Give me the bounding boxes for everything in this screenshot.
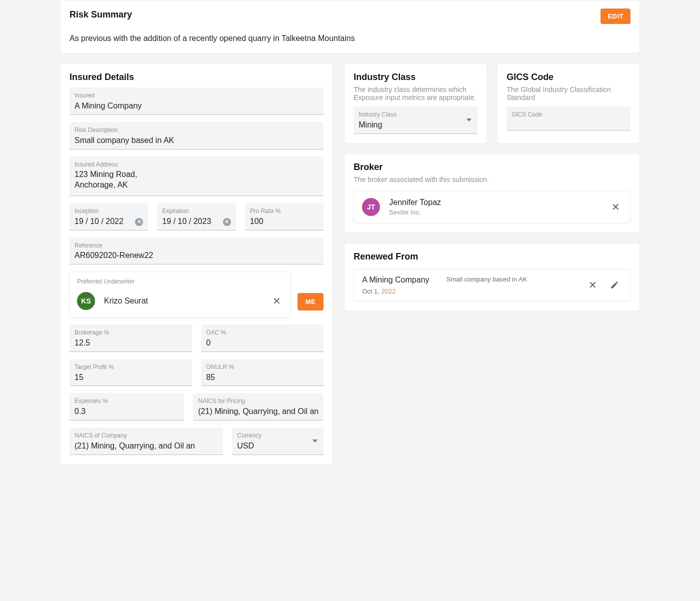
field-value: 85 bbox=[206, 372, 318, 383]
field-label: GNULR % bbox=[206, 363, 318, 372]
broker-subtitle: The broker associated with this submissi… bbox=[354, 176, 630, 184]
field-label: Reference bbox=[74, 242, 318, 250]
underwriter-name: Krizo Seurat bbox=[104, 296, 262, 306]
risk-description-field[interactable]: Risk Description Small company based in … bbox=[70, 122, 324, 150]
field-value: Small company based in AK bbox=[74, 136, 318, 146]
field-label: NAICS for Pricing bbox=[198, 397, 318, 406]
insured-details-title: Insured Details bbox=[70, 72, 324, 82]
field-label: Industry Class bbox=[358, 110, 472, 119]
field-label: NAICS of Company bbox=[74, 432, 218, 440]
naics-pricing-field[interactable]: NAICS for Pricing (21) Mining, Quarrying… bbox=[193, 393, 324, 420]
prorata-field[interactable]: Pro Rata % 100 bbox=[245, 203, 324, 230]
field-label: Target Profit % bbox=[74, 363, 187, 372]
gics-card: GICS Code The Global Industry Classifica… bbox=[497, 64, 640, 144]
field-value: (21) Mining, Quarrying, and Oil an bbox=[74, 441, 218, 452]
renewed-from-card: Renewed From A Mining Company Oct 1, 202… bbox=[344, 243, 640, 311]
field-value: 15 bbox=[74, 372, 187, 383]
close-icon[interactable]: ✕ bbox=[270, 294, 283, 308]
field-value: 123 Mining Road, Anchorage, AK bbox=[74, 170, 318, 190]
risk-summary-body: As previous with the addition of a recen… bbox=[70, 33, 630, 44]
reference-field[interactable]: Reference AR6092020-Renew22 bbox=[70, 238, 324, 265]
field-value: 100 bbox=[250, 216, 318, 227]
insured-field[interactable]: Insured A Mining Company bbox=[70, 88, 324, 115]
renewed-date: Oct 1, 2022 bbox=[362, 288, 429, 295]
broker-name: Jennifer Topaz bbox=[389, 198, 600, 207]
field-label: OAC % bbox=[206, 328, 318, 337]
close-icon[interactable]: ✕ bbox=[610, 200, 622, 214]
underwriter-avatar: KS bbox=[77, 292, 95, 310]
broker-org: Seville Inc. bbox=[389, 209, 600, 216]
clear-icon[interactable]: ✕ bbox=[135, 218, 143, 226]
renewed-date-prefix: Oct 1, bbox=[362, 288, 381, 295]
industry-class-select[interactable]: Industry Class Mining bbox=[354, 106, 478, 134]
insured-details-card: Insured Details Insured A Mining Company… bbox=[60, 64, 333, 464]
insured-address-field[interactable]: Insured Address 123 Mining Road, Anchora… bbox=[70, 156, 324, 196]
oac-field[interactable]: OAC % 0 bbox=[201, 324, 324, 352]
renewed-item: A Mining Company Oct 1, 2022 Small compa… bbox=[354, 269, 630, 302]
clear-icon[interactable]: ✕ bbox=[223, 218, 231, 226]
field-label: Currency bbox=[237, 432, 318, 440]
me-button[interactable]: ME bbox=[298, 293, 324, 310]
brokerage-field[interactable]: Brokerage % 12.5 bbox=[70, 324, 192, 352]
field-label: Insured Address bbox=[74, 160, 318, 169]
preferred-underwriter-card: Preferred Underwriter KS Krizo Seurat ✕ bbox=[70, 272, 290, 318]
field-label: Brokerage % bbox=[74, 328, 187, 337]
field-label: Inception bbox=[74, 207, 143, 216]
edit-button[interactable]: EDIT bbox=[600, 8, 630, 24]
field-label: Pro Rata % bbox=[250, 207, 318, 216]
industry-class-title: Industry Class bbox=[354, 72, 478, 82]
field-value: USD bbox=[237, 441, 318, 452]
inception-field[interactable]: Inception 19 / 10 / 2022 ✕ bbox=[70, 203, 148, 230]
renewed-desc: Small company based in AK bbox=[436, 276, 578, 283]
broker-card: Broker The broker associated with this s… bbox=[344, 154, 640, 233]
chevron-down-icon bbox=[312, 440, 318, 442]
gics-subtitle: The Global Industry Classification Stand… bbox=[506, 86, 630, 102]
risk-summary-card: Risk Summary EDIT As previous with the a… bbox=[60, 0, 640, 54]
expiration-field[interactable]: Expiration 19 / 10 / 2023 ✕ bbox=[157, 203, 236, 230]
field-label: Expiration bbox=[162, 207, 230, 216]
renewed-from-title: Renewed From bbox=[354, 252, 630, 262]
chevron-down-icon bbox=[466, 118, 472, 122]
field-value: 19 / 10 / 2023 bbox=[162, 216, 230, 227]
gics-code-field[interactable]: GICS Code bbox=[506, 106, 630, 130]
target-profit-field[interactable]: Target Profit % 15 bbox=[70, 359, 192, 386]
close-icon[interactable]: ✕ bbox=[586, 277, 600, 293]
renewed-company: A Mining Company bbox=[362, 276, 429, 284]
field-value: 12.5 bbox=[74, 338, 187, 348]
broker-title: Broker bbox=[354, 162, 630, 172]
field-value: 0.3 bbox=[74, 406, 179, 417]
industry-class-subtitle: The industry class determines which Expo… bbox=[354, 86, 478, 102]
broker-item: JT Jennifer Topaz Seville Inc. ✕ bbox=[354, 190, 630, 224]
field-label: Risk Description bbox=[74, 126, 318, 134]
edit-icon[interactable] bbox=[607, 278, 622, 292]
field-value: A Mining Company bbox=[74, 101, 318, 112]
naics-company-field[interactable]: NAICS of Company (21) Mining, Quarrying,… bbox=[70, 428, 223, 455]
field-value: (21) Mining, Quarrying, and Oil an bbox=[198, 406, 318, 417]
field-label: GICS Code bbox=[512, 110, 626, 119]
field-value: Mining bbox=[358, 120, 472, 130]
field-value: 19 / 10 / 2022 bbox=[74, 216, 143, 227]
expenses-field[interactable]: Expenses % 0.3 bbox=[70, 393, 184, 420]
renewed-date-year: 2022 bbox=[382, 288, 396, 295]
field-label: Preferred Underwriter bbox=[77, 278, 283, 285]
field-value: 0 bbox=[206, 338, 318, 348]
gnulr-field[interactable]: GNULR % 85 bbox=[201, 359, 324, 386]
currency-select[interactable]: Currency USD bbox=[232, 428, 324, 455]
industry-class-card: Industry Class The industry class determ… bbox=[344, 64, 487, 144]
field-label: Expenses % bbox=[74, 397, 179, 406]
field-label: Insured bbox=[74, 92, 318, 100]
risk-summary-title: Risk Summary bbox=[70, 10, 132, 20]
broker-avatar: JT bbox=[362, 198, 380, 216]
gics-title: GICS Code bbox=[506, 72, 630, 82]
field-value: AR6092020-Renew22 bbox=[74, 250, 318, 261]
